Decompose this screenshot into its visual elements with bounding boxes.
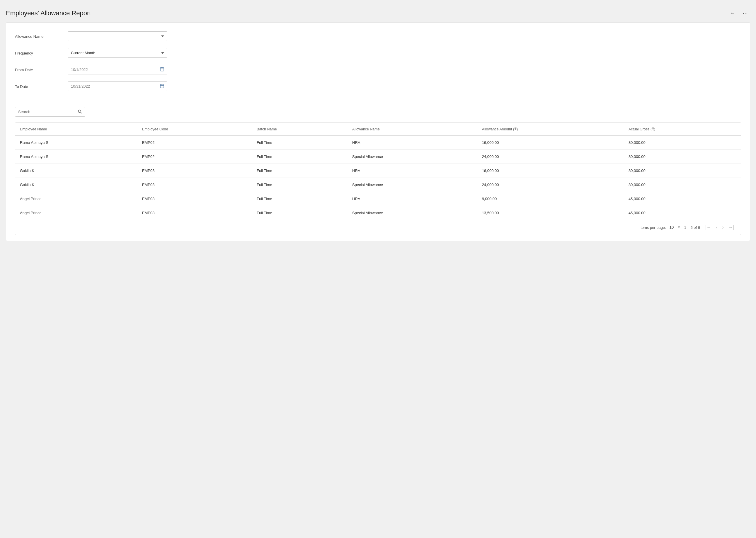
table-cell: 24,000.00	[477, 178, 624, 192]
table-cell: EMP08	[137, 192, 252, 206]
to-date-control	[68, 81, 167, 91]
table-cell: Gokila K	[15, 164, 137, 178]
table-cell: EMP02	[137, 150, 252, 164]
allowance-name-row: Allowance Name	[15, 31, 741, 41]
svg-line-9	[81, 112, 82, 113]
pagination-buttons: |← ‹ › →|	[704, 224, 736, 231]
frequency-label: Frequency	[15, 48, 68, 55]
form-section: Allowance Name Frequency Current Month L…	[15, 31, 741, 104]
back-button[interactable]: ←	[727, 9, 737, 18]
allowance-name-control	[68, 31, 167, 41]
table-cell: 80,000.00	[624, 178, 741, 192]
table-cell: Gokila K	[15, 178, 137, 192]
main-card: Allowance Name Frequency Current Month L…	[6, 22, 750, 241]
table-cell: Full Time	[252, 150, 348, 164]
table-cell: 80,000.00	[624, 164, 741, 178]
table-cell: Full Time	[252, 206, 348, 220]
allowance-name-label: Allowance Name	[15, 31, 68, 39]
table-cell: 9,000.00	[477, 192, 624, 206]
search-icon	[78, 110, 82, 115]
table-cell: Special Allowance	[348, 206, 477, 220]
table-cell: HRA	[348, 164, 477, 178]
table-cell: 16,000.00	[477, 164, 624, 178]
table-cell: Full Time	[252, 178, 348, 192]
table-cell: Rama Abinaya S	[15, 150, 137, 164]
table-cell: Angel Prince	[15, 192, 137, 206]
table-cell: Full Time	[252, 136, 348, 150]
table-row: Gokila KEMP03Full TimeSpecial Allowance2…	[15, 178, 741, 192]
table-cell: EMP03	[137, 178, 252, 192]
table-header-cell: Batch Name	[252, 123, 348, 136]
next-page-button[interactable]: ›	[721, 224, 726, 231]
from-date-row: From Date	[15, 65, 741, 75]
table-cell: 13,500.00	[477, 206, 624, 220]
table-row: Rama Abinaya SEMP02Full TimeSpecial Allo…	[15, 150, 741, 164]
table-header-cell: Allowance Amount (₹)	[477, 123, 624, 136]
table-header-cell: Actual Gross (₹)	[624, 123, 741, 136]
search-input[interactable]	[15, 107, 75, 116]
table-cell: 45,000.00	[624, 206, 741, 220]
frequency-control: Current Month Last Month Custom	[68, 48, 167, 58]
more-options-button[interactable]: ⋯	[740, 9, 750, 18]
table-cell: EMP08	[137, 206, 252, 220]
table-cell: HRA	[348, 136, 477, 150]
table-cell: EMP02	[137, 136, 252, 150]
table-header-cell: Allowance Name	[348, 123, 477, 136]
table-cell: Special Allowance	[348, 150, 477, 164]
svg-point-8	[78, 110, 81, 113]
table-row: Gokila KEMP03Full TimeHRA16,000.0080,000…	[15, 164, 741, 178]
data-table: Employee NameEmployee CodeBatch NameAllo…	[15, 123, 741, 220]
search-wrapper	[15, 107, 85, 117]
back-icon: ←	[729, 10, 735, 17]
table-cell: 16,000.00	[477, 136, 624, 150]
table-header-row: Employee NameEmployee CodeBatch NameAllo…	[15, 123, 741, 136]
items-per-page-section: Items per page: 102050100	[639, 225, 680, 230]
table-header-cell: Employee Name	[15, 123, 137, 136]
table-body: Rama Abinaya SEMP02Full TimeHRA16,000.00…	[15, 136, 741, 220]
table-cell: 45,000.00	[624, 192, 741, 206]
items-per-page-select[interactable]: 102050100	[669, 225, 681, 230]
prev-page-button[interactable]: ‹	[714, 224, 719, 231]
page-title: Employees' Allowance Report	[6, 9, 91, 17]
table-row: Rama Abinaya SEMP02Full TimeHRA16,000.00…	[15, 136, 741, 150]
table-header-cell: Employee Code	[137, 123, 252, 136]
from-date-control	[68, 65, 167, 75]
table-section: Employee NameEmployee CodeBatch NameAllo…	[15, 123, 741, 235]
table-row: Angel PrinceEMP08Full TimeSpecial Allowa…	[15, 206, 741, 220]
items-per-page-label: Items per page:	[639, 225, 666, 230]
header-actions: ← ⋯	[727, 9, 750, 18]
to-date-row: To Date	[15, 81, 741, 91]
from-date-label: From Date	[15, 65, 68, 72]
table-cell: Full Time	[252, 164, 348, 178]
table-cell: HRA	[348, 192, 477, 206]
last-page-button[interactable]: →|	[727, 224, 736, 231]
frequency-row: Frequency Current Month Last Month Custo…	[15, 48, 741, 58]
search-section	[15, 107, 741, 117]
table-header: Employee NameEmployee CodeBatch NameAllo…	[15, 123, 741, 136]
to-date-label: To Date	[15, 81, 68, 89]
more-icon: ⋯	[742, 10, 748, 17]
first-page-button[interactable]: |←	[704, 224, 713, 231]
from-date-input[interactable]	[68, 65, 167, 75]
table-cell: Angel Prince	[15, 206, 137, 220]
table-cell: Full Time	[252, 192, 348, 206]
table-cell: 24,000.00	[477, 150, 624, 164]
pagination-row: Items per page: 102050100 1 – 6 of 6 |← …	[15, 220, 741, 235]
search-button[interactable]	[75, 108, 85, 116]
table-cell: Rama Abinaya S	[15, 136, 137, 150]
allowance-name-select[interactable]	[68, 31, 167, 41]
to-date-input[interactable]	[68, 81, 167, 91]
table-cell: 80,000.00	[624, 136, 741, 150]
table-cell: Special Allowance	[348, 178, 477, 192]
frequency-select[interactable]: Current Month Last Month Custom	[68, 48, 167, 58]
table-row: Angel PrinceEMP08Full TimeHRA9,000.0045,…	[15, 192, 741, 206]
page-info: 1 – 6 of 6	[684, 225, 700, 230]
table-cell: 80,000.00	[624, 150, 741, 164]
table-cell: EMP03	[137, 164, 252, 178]
